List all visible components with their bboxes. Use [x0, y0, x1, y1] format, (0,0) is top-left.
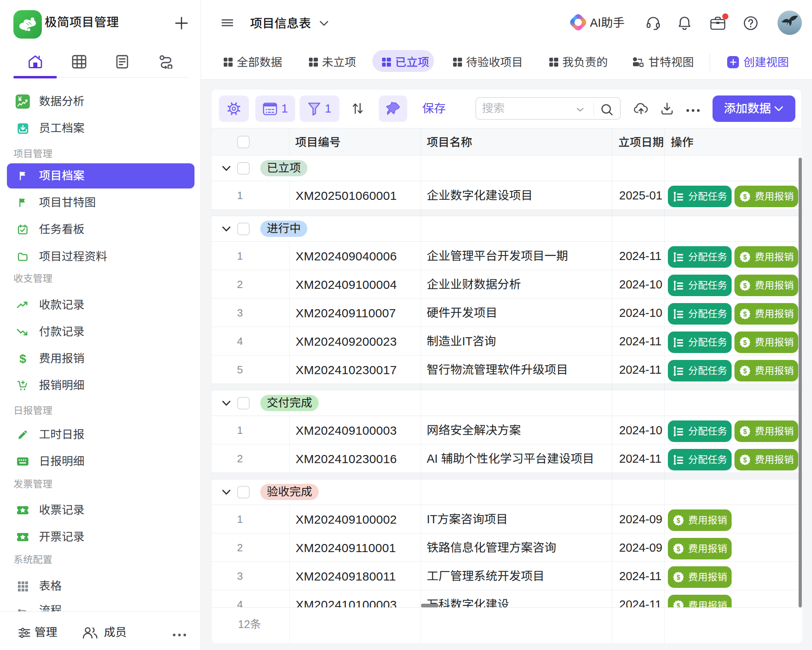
- svg-text:$: $: [743, 456, 747, 463]
- svg-text:$: $: [743, 310, 747, 317]
- svg-text:$: $: [743, 367, 747, 374]
- svg-text:$: $: [677, 574, 680, 581]
- svg-text:$: $: [677, 545, 680, 552]
- svg-text:$: $: [743, 428, 747, 435]
- svg-text:$: $: [743, 254, 747, 260]
- svg-text:$: $: [743, 193, 747, 200]
- svg-text:$: $: [743, 282, 747, 289]
- svg-text:$: $: [677, 602, 680, 607]
- svg-text:$: $: [743, 339, 747, 346]
- svg-text:$: $: [677, 517, 680, 524]
